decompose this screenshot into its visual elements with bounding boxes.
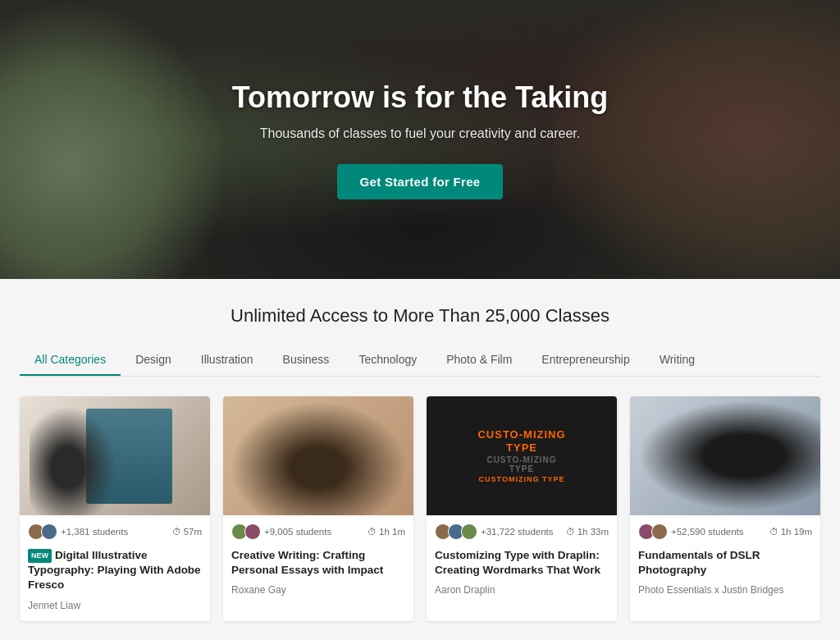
avatar-group-3: [435, 523, 477, 540]
category-illustration[interactable]: Illustration: [186, 345, 268, 376]
card-meta-4: +52,590 students ⏱ 1h 19m: [630, 515, 820, 543]
category-writing[interactable]: Writing: [645, 345, 710, 376]
avatar-group-2: [231, 523, 261, 540]
categories-nav: All Categories Design Illustration Busin…: [20, 345, 820, 377]
category-technology[interactable]: Technology: [344, 345, 431, 376]
card-body-3: Customizing Type with Draplin: Creating …: [427, 543, 617, 606]
course-card-2[interactable]: +9,005 students ⏱ 1h 1m Creative Writing…: [223, 396, 413, 621]
clock-icon-2: ⏱: [368, 527, 377, 537]
cust-text-line3: CUSTOMIZING TYPE: [479, 475, 565, 483]
avatar-group-4: [638, 523, 668, 540]
card-thumbnail-2: [223, 396, 413, 515]
section-title: Unlimited Access to More Than 25,000 Cla…: [20, 305, 820, 327]
meta-left-3: +31,722 students: [435, 523, 554, 540]
card-author-1: Jennet Liaw: [28, 600, 202, 611]
card-body-2: Creative Writing: Crafting Personal Essa…: [223, 543, 413, 606]
card-author-2: Roxane Gay: [231, 584, 405, 596]
duration-3: 1h 33m: [578, 527, 609, 537]
main-content: Unlimited Access to More Than 25,000 Cla…: [0, 279, 840, 640]
category-business[interactable]: Business: [268, 345, 345, 376]
course-card-1[interactable]: +1,381 students ⏱ 57m NEWDigital Illustr…: [20, 396, 210, 621]
meta-left-4: +52,590 students: [638, 523, 744, 540]
card-thumbnail-3: CUSTO-MIZINGTYPE CUSTO-MIZINGTYPE CUSTOM…: [427, 396, 617, 515]
meta-right-3: ⏱ 1h 33m: [566, 527, 609, 537]
thumbnail-3-text: CUSTO-MIZINGTYPE CUSTO-MIZINGTYPE CUSTOM…: [427, 396, 617, 515]
meta-left-1: +1,381 students: [28, 523, 128, 540]
get-started-button[interactable]: Get Started for Free: [337, 164, 504, 199]
avatar-9: [651, 523, 668, 540]
meta-right-4: ⏱ 1h 19m: [769, 527, 812, 537]
duration-1: 57m: [184, 527, 202, 537]
duration-4: 1h 19m: [781, 527, 812, 537]
card-meta-3: +31,722 students ⏱ 1h 33m: [427, 515, 617, 543]
card-title-3: Customizing Type with Draplin: Creating …: [435, 548, 609, 578]
avatar-7: [461, 523, 477, 540]
category-all[interactable]: All Categories: [20, 345, 121, 376]
meta-left-2: +9,005 students: [231, 523, 331, 540]
category-photo-film[interactable]: Photo & Film: [431, 345, 527, 376]
card-title-4: Fundamentals of DSLR Photography: [638, 548, 812, 578]
duration-2: 1h 1m: [379, 527, 405, 537]
card-title-1: NEWDigital Illustrative Typography: Play…: [28, 548, 202, 593]
course-card-4[interactable]: +52,590 students ⏱ 1h 19m Fundamentals o…: [630, 396, 820, 621]
card-body-1: NEWDigital Illustrative Typography: Play…: [20, 543, 210, 621]
clock-icon-1: ⏱: [172, 527, 181, 537]
card-body-4: Fundamentals of DSLR Photography Photo E…: [630, 543, 820, 606]
cust-text-line1: CUSTO-MIZINGTYPE: [477, 428, 565, 454]
card-author-4: Photo Essentials x Justin Bridges: [638, 584, 812, 596]
avatar-4: [244, 523, 261, 540]
course-card-3[interactable]: CUSTO-MIZINGTYPE CUSTO-MIZINGTYPE CUSTOM…: [427, 396, 617, 621]
hero-subtitle: Thousands of classes to fuel your creati…: [232, 126, 609, 141]
clock-icon-4: ⏱: [769, 527, 778, 537]
card-meta-2: +9,005 students ⏱ 1h 1m: [223, 515, 413, 543]
card-meta-1: +1,381 students ⏱ 57m: [20, 515, 210, 543]
hero-content: Tomorrow is for the Taking Thousands of …: [232, 80, 609, 199]
hero-section: Tomorrow is for the Taking Thousands of …: [0, 0, 840, 279]
student-count-1: +1,381 students: [61, 527, 128, 537]
avatar-2: [41, 523, 57, 540]
meta-right-1: ⏱ 57m: [172, 527, 202, 537]
student-count-4: +52,590 students: [671, 527, 744, 537]
student-count-3: +31,722 students: [481, 527, 554, 537]
card-author-3: Aaron Draplin: [435, 584, 609, 596]
student-count-2: +9,005 students: [264, 527, 331, 537]
cust-text-line2: CUSTO-MIZINGTYPE: [486, 455, 556, 473]
cards-grid: +1,381 students ⏱ 57m NEWDigital Illustr…: [20, 396, 820, 621]
clock-icon-3: ⏱: [566, 527, 575, 537]
card-title-2: Creative Writing: Crafting Personal Essa…: [231, 548, 405, 578]
card-thumbnail-4: [630, 396, 820, 515]
category-entrepreneurship[interactable]: Entrepreneurship: [527, 345, 644, 376]
hero-title: Tomorrow is for the Taking: [232, 80, 609, 115]
card-thumbnail-1: [20, 396, 210, 515]
meta-right-2: ⏱ 1h 1m: [368, 527, 405, 537]
category-design[interactable]: Design: [121, 345, 186, 376]
new-badge-1: NEW: [28, 549, 52, 562]
avatar-group-1: [28, 523, 57, 540]
